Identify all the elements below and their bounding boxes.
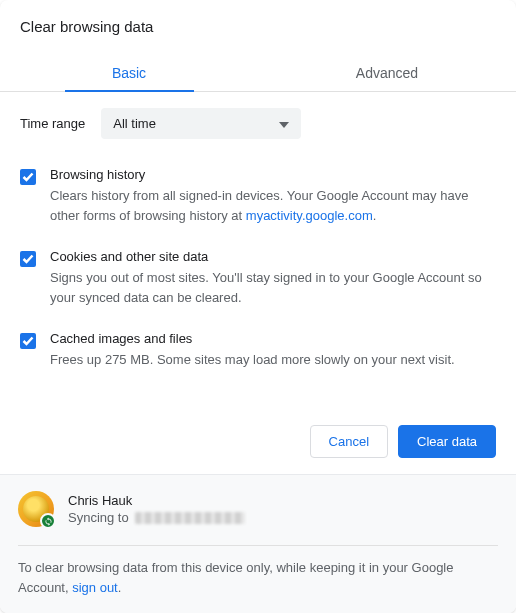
checkmark-icon (22, 334, 34, 349)
cancel-button-label: Cancel (329, 434, 369, 449)
option-title: Cached images and files (50, 331, 496, 346)
dialog-footer: Chris Hauk Syncing to To clear browsing … (0, 474, 516, 613)
option-cookies: Cookies and other site data Signs you ou… (20, 249, 496, 307)
clear-data-button[interactable]: Clear data (398, 425, 496, 458)
option-cache: Cached images and files Frees up 275 MB.… (20, 331, 496, 370)
option-desc: Frees up 275 MB. Some sites may load mor… (50, 350, 496, 370)
tab-basic-label: Basic (112, 65, 146, 81)
dialog-actions: Cancel Clear data (0, 425, 516, 474)
clear-data-button-label: Clear data (417, 434, 477, 449)
checkbox-browsing-history[interactable] (20, 169, 36, 185)
option-browsing-history: Browsing history Clears history from all… (20, 167, 496, 225)
footer-note: To clear browsing data from this device … (18, 558, 498, 597)
myactivity-link[interactable]: myactivity.google.com (246, 208, 373, 223)
time-range-value: All time (113, 116, 156, 131)
checkbox-cookies[interactable] (20, 251, 36, 267)
dialog-header: Clear browsing data (0, 0, 516, 43)
account-row: Chris Hauk Syncing to (18, 487, 498, 537)
account-sync-label: Syncing to (68, 510, 129, 525)
option-title: Cookies and other site data (50, 249, 496, 264)
account-name: Chris Hauk (68, 493, 245, 508)
checkbox-cache[interactable] (20, 333, 36, 349)
time-range-select[interactable]: All time (101, 108, 301, 139)
dialog-body: Time range All time Browsing history Cle… (0, 92, 516, 425)
cancel-button[interactable]: Cancel (310, 425, 388, 458)
tab-bar: Basic Advanced (0, 53, 516, 92)
tab-basic[interactable]: Basic (0, 53, 258, 91)
option-desc: Clears history from all signed-in device… (50, 186, 496, 225)
checkmark-icon (22, 252, 34, 267)
sign-out-link[interactable]: sign out (72, 580, 118, 595)
dialog-title: Clear browsing data (20, 18, 496, 35)
option-text: Browsing history Clears history from all… (50, 167, 496, 225)
chevron-down-icon (279, 116, 289, 131)
footer-divider (18, 545, 498, 546)
tab-advanced-label: Advanced (356, 65, 418, 81)
account-texts: Chris Hauk Syncing to (68, 493, 245, 525)
avatar (18, 491, 54, 527)
time-range-row: Time range All time (20, 108, 496, 139)
option-desc-post: . (373, 208, 377, 223)
tab-advanced[interactable]: Advanced (258, 53, 516, 91)
sync-badge-icon (40, 513, 56, 529)
checkmark-icon (22, 170, 34, 185)
option-text: Cached images and files Frees up 275 MB.… (50, 331, 496, 370)
option-title: Browsing history (50, 167, 496, 182)
account-sync-redacted (135, 512, 245, 524)
option-text: Cookies and other site data Signs you ou… (50, 249, 496, 307)
footer-note-post: . (118, 580, 122, 595)
option-desc: Signs you out of most sites. You'll stay… (50, 268, 496, 307)
account-sync-row: Syncing to (68, 510, 245, 525)
time-range-label: Time range (20, 116, 85, 131)
